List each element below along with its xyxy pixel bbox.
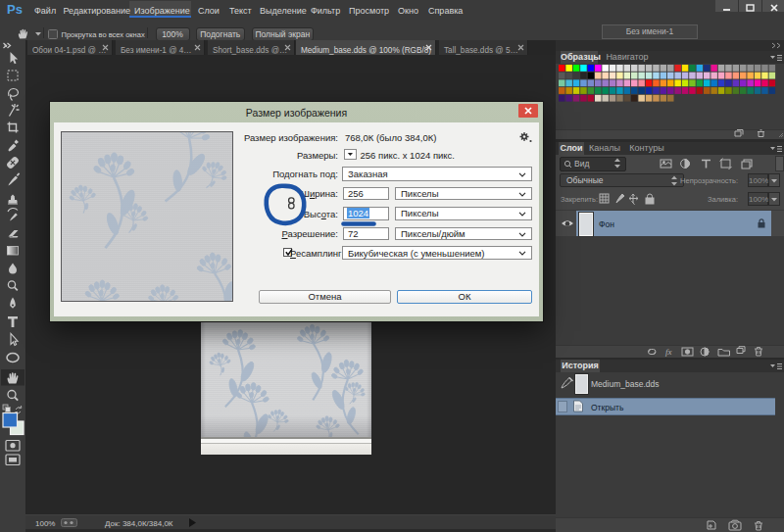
svg-text:fx: fx [665, 347, 672, 357]
